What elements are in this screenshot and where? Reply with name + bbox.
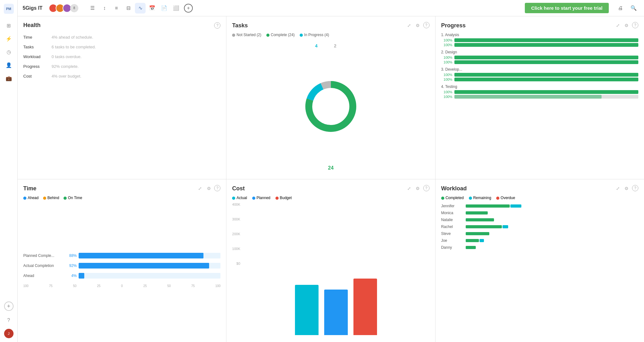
main-content: 5Gigs IT 8 ☰ ↕ ≡ ⊟ ∿ 📅 📄 ⬜ + Click here … <box>18 0 644 342</box>
time-bar-planned-track <box>79 253 220 258</box>
workload-expand-icon[interactable]: ⤢ <box>614 185 621 192</box>
workload-panel: Workload ⤢ ⚙ ? Completed Remaining Overd… <box>436 179 644 342</box>
avatar-count[interactable]: 8 <box>70 4 78 12</box>
topbar-add-view-button[interactable]: + <box>184 4 193 13</box>
app-logo[interactable]: PM <box>4 4 14 14</box>
tasks-help-icon[interactable]: ? <box>423 22 430 28</box>
health-value-progress: 92% complete. <box>52 62 220 71</box>
cost-expand-icon[interactable]: ⤢ <box>406 185 413 192</box>
workload-monica: Monica <box>441 211 638 215</box>
progress-title: Progress <box>441 22 466 29</box>
tasks-legend: Not Started (2) Complete (24) In Progres… <box>232 33 429 37</box>
health-row-time: Time 4% ahead of schedule. <box>23 32 220 42</box>
legend-actual: Actual <box>232 196 247 200</box>
workload-bars-monica <box>466 211 638 214</box>
analysis-bar-1: 100% <box>441 38 638 42</box>
legend-complete: Complete (24) <box>266 33 295 37</box>
progress-help-icon[interactable]: ? <box>632 22 638 28</box>
time-settings-icon[interactable]: ⚙ <box>205 185 212 192</box>
legend-budget: Budget <box>275 196 292 200</box>
health-help-icon[interactable]: ? <box>214 22 220 29</box>
time-panel-header: Time ⤢ ⚙ ? <box>23 185 220 192</box>
sidebar-bottom: + ? J <box>3 301 14 338</box>
cost-panel-header: Cost ⤢ ⚙ ? <box>232 185 429 192</box>
tasks-panel-header: Tasks ⤢ ⚙ ? <box>232 22 429 29</box>
tasks-expand-icon[interactable]: ⤢ <box>406 22 413 29</box>
progress-section-design: 2. Design 100% 100% <box>441 50 638 64</box>
cost-settings-icon[interactable]: ⚙ <box>414 185 421 192</box>
workload-people-list: Jennifer Monica <box>441 204 638 336</box>
topbar-menu-icon[interactable]: ☰ <box>87 3 98 14</box>
topbar-chart-icon[interactable]: ∿ <box>135 3 146 14</box>
topbar-sort-icon[interactable]: ↕ <box>99 3 110 14</box>
sidebar-icon-people[interactable]: 👤 <box>3 59 14 71</box>
analysis-bar-2: 100% <box>441 43 638 47</box>
sidebar-icon-analytics[interactable]: ⚡ <box>3 33 14 44</box>
health-value-tasks: 6 tasks to be completed. <box>52 42 220 52</box>
topbar-search-icon[interactable]: 🔍 <box>628 3 639 14</box>
time-bar-actual-fill <box>79 263 209 269</box>
sidebar-help-button[interactable]: ? <box>3 315 14 326</box>
tasks-settings-icon[interactable]: ⚙ <box>414 22 421 29</box>
sidebar-add-button[interactable]: + <box>4 301 14 311</box>
topbar-doc-icon[interactable]: 📄 <box>159 3 169 14</box>
donut-label-not-started: 2 <box>334 43 336 48</box>
cta-banner[interactable]: Click here to start your free trial <box>525 3 609 13</box>
workload-panel-icons: ⤢ ⚙ ? <box>614 185 638 192</box>
cost-panel-icons: ⤢ ⚙ ? <box>406 185 430 192</box>
sidebar-user-avatar[interactable]: J <box>4 329 14 338</box>
legend-overdue: Overdue <box>496 196 515 200</box>
time-help-icon[interactable]: ? <box>214 185 220 191</box>
workload-name-rachel: Rachel <box>441 225 463 229</box>
sidebar-icon-time[interactable]: ◷ <box>3 46 14 57</box>
workload-name-joe: Joe <box>441 238 463 243</box>
health-value-workload: 0 tasks overdue. <box>52 52 220 62</box>
develop-bar-2: 100% <box>441 78 638 81</box>
tasks-panel-icons: ⤢ ⚙ ? <box>406 22 430 29</box>
time-label-actual: Actual Completion <box>23 263 64 268</box>
cost-help-icon[interactable]: ? <box>423 185 430 191</box>
sidebar-icon-home[interactable]: ⊞ <box>3 20 14 31</box>
section-analysis-title: 1. Analysis <box>441 33 638 37</box>
cost-panel: Cost ⤢ ⚙ ? Actual Planned Budget 400K 30… <box>226 179 435 342</box>
workload-panel-header: Workload ⤢ ⚙ ? <box>441 185 638 192</box>
progress-expand-icon[interactable]: ⤢ <box>614 22 621 29</box>
health-label-progress: Progress <box>23 62 52 71</box>
time-bar-ahead-fill <box>79 273 84 279</box>
health-table: Time 4% ahead of schedule. Tasks 6 tasks… <box>23 32 220 81</box>
topbar-board-icon[interactable]: ⬜ <box>171 3 181 14</box>
legend-behind: Behind <box>43 196 59 200</box>
workload-settings-icon[interactable]: ⚙ <box>623 185 630 192</box>
time-bar-planned: Planned Comple... 88% <box>23 253 220 258</box>
section-develop-title: 3. Develop... <box>441 67 638 72</box>
topbar-right-icons: 🖨 🔍 <box>615 3 639 14</box>
topbar-print-icon[interactable]: 🖨 <box>615 3 626 14</box>
workload-bars-jennifer <box>466 204 638 208</box>
topbar-filter-icon[interactable]: ≡ <box>111 3 122 14</box>
dashboard: Health ? Time 4% ahead of schedule. Task… <box>18 16 644 342</box>
health-label-workload: Workload <box>23 52 52 62</box>
cost-bars-container <box>243 203 430 336</box>
time-bar-ahead-track <box>79 273 220 279</box>
health-title: Health <box>23 22 41 29</box>
workload-help-icon[interactable]: ? <box>632 185 638 191</box>
workload-bars-natalie <box>466 218 638 221</box>
tasks-donut-chart: 4 2 24 <box>232 40 429 173</box>
workload-legend: Completed Remaining Overdue <box>441 196 638 200</box>
workload-title: Workload <box>441 185 467 192</box>
workload-name-monica: Monica <box>441 211 463 215</box>
time-bar-ahead: Ahead 4% <box>23 273 220 279</box>
time-expand-icon[interactable]: ⤢ <box>197 185 203 192</box>
workload-danny: Danny <box>441 245 638 250</box>
workload-natalie: Natalie <box>441 218 638 222</box>
cost-title: Cost <box>232 185 245 192</box>
workload-jennifer: Jennifer <box>441 204 638 208</box>
health-row-tasks: Tasks 6 tasks to be completed. <box>23 42 220 52</box>
cost-bar-planned <box>324 290 348 335</box>
progress-settings-icon[interactable]: ⚙ <box>623 22 630 29</box>
topbar-calendar-icon[interactable]: 📅 <box>147 3 158 14</box>
topbar-view-icons: ☰ ↕ ≡ ⊟ ∿ 📅 📄 ⬜ + <box>87 3 193 14</box>
progress-panel-header: Progress ⤢ ⚙ ? <box>441 22 638 29</box>
sidebar-icon-portfolio[interactable]: 💼 <box>3 73 14 84</box>
topbar-grid-icon[interactable]: ⊟ <box>123 3 134 14</box>
